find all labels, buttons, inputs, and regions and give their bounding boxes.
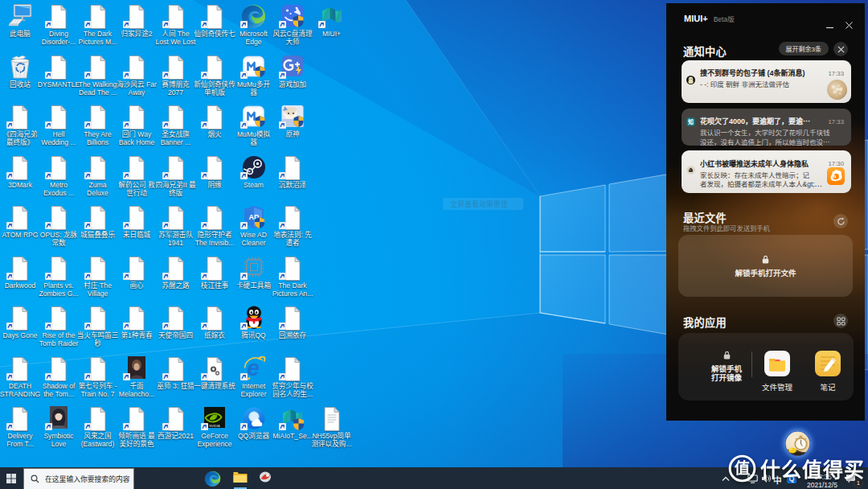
svg-text:NVIDIA: NVIDIA <box>209 424 220 428</box>
svg-text:值: 值 <box>735 454 750 478</box>
svg-text:全屏查看效果更佳: 全屏查看效果更佳 <box>450 199 508 209</box>
